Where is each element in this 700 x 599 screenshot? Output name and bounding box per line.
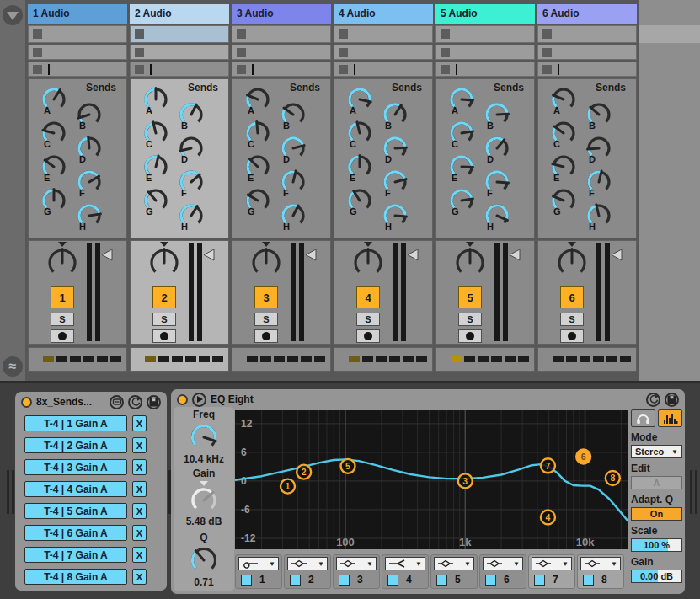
send-h-knob[interactable]: H — [76, 202, 104, 239]
crossfade-assign-strip[interactable] — [435, 347, 535, 372]
filter-type-dropdown-2[interactable]: ▼ — [287, 557, 328, 570]
solo-button[interactable]: S — [51, 313, 74, 326]
send-a-knob[interactable]: A — [550, 86, 579, 123]
send-d-knob[interactable]: D — [280, 135, 308, 172]
send-h-knob[interactable]: H — [585, 202, 614, 239]
send-a-knob[interactable]: A — [448, 86, 477, 123]
send-g-knob[interactable]: G — [346, 187, 375, 224]
map-mode-button[interactable] — [646, 393, 660, 407]
band-enable-checkbox-1[interactable] — [241, 575, 252, 586]
send-c-knob[interactable]: C — [550, 120, 579, 157]
send-b-knob[interactable]: B — [484, 101, 512, 138]
q-value[interactable]: 0.71 — [174, 576, 234, 589]
pan-knob[interactable] — [452, 241, 489, 283]
pan-knob[interactable] — [350, 241, 387, 283]
track-activator-button[interactable]: 6 — [560, 286, 584, 308]
solo-button[interactable]: S — [152, 313, 176, 326]
send-f-knob[interactable]: F — [178, 168, 206, 206]
pan-knob[interactable] — [146, 241, 183, 283]
clip-stop-button[interactable] — [33, 48, 42, 57]
solo-button[interactable]: S — [356, 313, 380, 326]
scale-slider[interactable]: 100 % — [631, 538, 682, 552]
arm-button[interactable] — [51, 329, 74, 343]
send-h-knob[interactable]: H — [280, 202, 308, 239]
eq-band-handle-1[interactable]: 1 — [281, 479, 295, 494]
filter-type-dropdown-4[interactable]: ▼ — [385, 557, 425, 570]
send-h-knob[interactable]: H — [484, 202, 512, 239]
macro-mapping-button-6[interactable]: T-4 | 6 Gain A — [24, 525, 127, 541]
send-e-knob[interactable]: E — [244, 153, 273, 190]
macro-remove-button-4[interactable]: X — [132, 481, 147, 497]
macro-mapping-button-5[interactable]: T-4 | 5 Gain A — [24, 503, 127, 519]
device-scroll-handle[interactable] — [690, 470, 697, 514]
band-gain-knob[interactable] — [174, 480, 234, 516]
track-activator-button[interactable]: 1 — [51, 286, 74, 308]
device-scroll-handle[interactable] — [7, 470, 14, 514]
send-g-knob[interactable]: G — [142, 187, 171, 224]
clip-stop-button[interactable] — [542, 65, 552, 74]
eq-frequency-response-graph[interactable]: 1260-6-121001k10k12345678 — [235, 410, 628, 549]
macro-mapping-button-7[interactable]: T-4 | 7 Gain A — [24, 547, 127, 563]
clip-stop-button[interactable] — [542, 48, 552, 57]
send-d-knob[interactable]: D — [382, 135, 410, 172]
band-enable-checkbox-3[interactable] — [339, 575, 350, 586]
returns-section-toggle-button[interactable]: ≈ — [3, 356, 23, 377]
track-activator-button[interactable]: 5 — [458, 286, 482, 308]
send-c-knob[interactable]: C — [142, 120, 171, 157]
send-g-knob[interactable]: G — [448, 187, 477, 224]
macro-mapping-button-1[interactable]: T-4 | 1 Gain A — [24, 415, 127, 431]
send-e-knob[interactable]: E — [346, 153, 375, 190]
q-knob[interactable] — [174, 544, 234, 576]
device-on-led[interactable] — [21, 397, 32, 408]
eq-band-handle-3[interactable]: 3 — [458, 473, 473, 488]
send-a-knob[interactable]: A — [346, 86, 375, 123]
macro-remove-button-8[interactable]: X — [132, 569, 147, 585]
send-d-knob[interactable]: D — [585, 135, 614, 172]
track-activator-button[interactable]: 3 — [254, 286, 278, 308]
send-e-knob[interactable]: E — [40, 153, 69, 190]
clip-slot[interactable] — [130, 62, 229, 77]
send-b-knob[interactable]: B — [76, 101, 104, 138]
band-enable-checkbox-6[interactable] — [485, 575, 496, 586]
clip-slot[interactable] — [232, 62, 331, 77]
macro-remove-button-6[interactable]: X — [132, 525, 147, 541]
clip-stop-button[interactable] — [441, 48, 450, 57]
filter-type-dropdown-6[interactable]: ▼ — [483, 557, 523, 570]
hot-swap-button[interactable] — [110, 395, 124, 409]
track-header-1[interactable]: 1 Audio — [28, 4, 127, 24]
band-enable-checkbox-7[interactable] — [534, 575, 545, 586]
arm-button[interactable] — [560, 329, 584, 343]
clip-stop-button[interactable] — [135, 65, 144, 74]
send-d-knob[interactable]: D — [76, 135, 104, 172]
device-expand-button[interactable] — [192, 393, 206, 407]
solo-button[interactable]: S — [254, 313, 278, 326]
send-d-knob[interactable]: D — [178, 135, 206, 172]
clip-slot[interactable] — [435, 25, 535, 43]
clip-stop-button[interactable] — [339, 65, 348, 74]
adaptive-q-toggle[interactable]: On — [631, 507, 682, 521]
clip-slot[interactable] — [537, 62, 637, 77]
send-a-knob[interactable]: A — [244, 86, 273, 123]
output-gain-slider[interactable]: 0.00 dB — [631, 570, 682, 583]
clip-stop-button[interactable] — [441, 65, 450, 74]
send-f-knob[interactable]: F — [280, 168, 308, 206]
crossfade-assign-strip[interactable] — [28, 347, 127, 372]
map-mode-button[interactable] — [128, 395, 142, 409]
device-on-led[interactable] — [177, 394, 188, 405]
volume-handle[interactable] — [407, 249, 419, 265]
band-enable-checkbox-5[interactable] — [436, 575, 447, 586]
clip-slot[interactable] — [130, 45, 229, 60]
clip-slot[interactable] — [334, 25, 433, 43]
pan-knob[interactable] — [44, 241, 81, 283]
pan-knob[interactable] — [553, 241, 590, 283]
clip-stop-button[interactable] — [339, 29, 348, 39]
pan-knob[interactable] — [248, 241, 285, 283]
send-g-knob[interactable]: G — [550, 187, 579, 224]
send-b-knob[interactable]: B — [585, 101, 614, 138]
edit-buffer-button[interactable]: A — [631, 476, 682, 489]
clip-stop-button[interactable] — [237, 29, 246, 39]
spectrum-analyzer-button[interactable] — [658, 409, 682, 427]
send-b-knob[interactable]: B — [382, 101, 410, 138]
eq-band-handle-7[interactable]: 7 — [541, 458, 555, 473]
arm-button[interactable] — [254, 329, 278, 343]
